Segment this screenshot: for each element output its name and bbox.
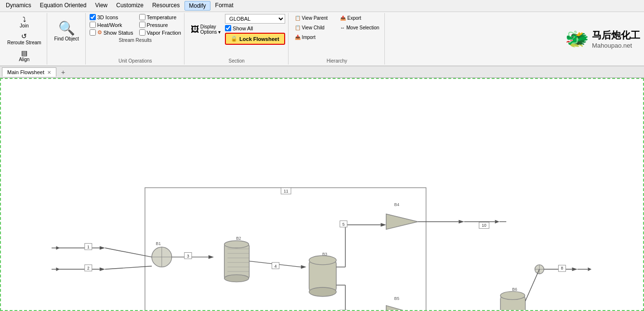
display-options-icon: 🖼 (191, 25, 199, 35)
checkbox-show-all[interactable]: Show All (225, 25, 285, 31)
svg-marker-64 (495, 220, 499, 224)
watermark-ribbon: 🐲 马后炮化工 Mahoupao.net (563, 13, 642, 65)
svg-marker-24 (209, 255, 214, 259)
move-selection-icon: ↔ (340, 25, 345, 30)
checkbox-heat-work[interactable]: Heat/Work (90, 22, 133, 28)
svg-text:10: 10 (482, 223, 486, 228)
svg-text:5: 5 (342, 222, 345, 227)
svg-text:3: 3 (187, 254, 189, 259)
svg-marker-48 (381, 223, 386, 227)
move-selection-button[interactable]: ↔ Move Selection (338, 24, 381, 32)
menu-format[interactable]: Format (211, 1, 237, 11)
find-object-button[interactable]: 🔍 Find Object (51, 14, 82, 48)
svg-marker-80 (572, 268, 578, 272)
lock-icon: 🔒 (231, 36, 237, 42)
checkbox-pressure[interactable]: Pressure (139, 22, 181, 28)
ribbon-group-section: 🖼 Display Options ▾ GLOBAL Show All 🔒 (185, 13, 289, 65)
watermark-url: Mahoupao.net (592, 42, 640, 49)
svg-text:B4: B4 (394, 202, 400, 207)
svg-text:B2: B2 (236, 236, 241, 241)
menu-equation-oriented[interactable]: Equation Oriented (36, 1, 91, 11)
menu-resources[interactable]: Resources (148, 1, 184, 11)
tab-label: Main Flowsheet (7, 69, 44, 75)
svg-point-43 (309, 256, 336, 265)
svg-point-44 (309, 287, 336, 297)
unit-operations-label: Unit Operations (118, 57, 152, 64)
svg-rect-0 (145, 188, 426, 310)
checkbox-3d-icons[interactable]: 3D Icons (90, 14, 133, 20)
view-child-button[interactable]: 📋 View Child (292, 24, 336, 32)
menu-view[interactable]: View (91, 1, 111, 11)
flowsheet-canvas[interactable]: 11 12 1 2 B1 (0, 78, 644, 311)
svg-marker-84 (588, 268, 592, 272)
svg-text:2: 2 (87, 266, 90, 271)
content-area: 11 12 1 2 B1 (0, 78, 644, 311)
section-label: Section (229, 57, 245, 64)
watermark-chinese: 马后炮化工 (592, 29, 640, 42)
svg-text:B1: B1 (156, 241, 161, 246)
find-icon: 🔍 (58, 20, 75, 36)
stream-results-btn[interactable]: Stream Results (119, 38, 152, 43)
tabbar: Main Flowsheet ✕ + (0, 66, 644, 78)
menu-customize[interactable]: Customize (112, 1, 147, 11)
checkbox-row1: 3D Icons Heat/Work ⚙ Show Status Tempera… (90, 14, 181, 36)
svg-marker-38 (301, 265, 306, 269)
ribbon-group-streams: ⤵ Join ↺ Reroute Stream ▤ Align (2, 13, 47, 65)
display-options-button[interactable]: 🖼 Display Options ▾ (188, 23, 223, 36)
view-parent-button[interactable]: 📋 View Parent (292, 14, 336, 22)
join-button[interactable]: ⤵ Join (5, 14, 44, 30)
tab-add-button[interactable]: + (57, 67, 69, 78)
menu-dynamics[interactable]: Dynamics (2, 1, 35, 11)
show-status-icon: ⚙ (97, 29, 102, 36)
menubar: Dynamics Equation Oriented View Customiz… (0, 0, 644, 12)
export-icon: 📤 (340, 15, 346, 21)
svg-marker-12 (100, 268, 105, 272)
ribbon-group-hierarchy: 📋 View Parent 📤 Export 📋 View Child ↔ Mo… (289, 13, 385, 65)
align-button[interactable]: ▤ Align (5, 48, 44, 64)
svg-text:1: 1 (87, 245, 90, 249)
ribbon: ⤵ Join ↺ Reroute Stream ▤ Align 🔍 Find O… (0, 12, 644, 66)
import-button[interactable]: 📥 Import (292, 33, 336, 41)
flowsheet-svg: 11 12 1 2 B1 (1, 79, 643, 310)
svg-marker-6 (100, 246, 105, 250)
svg-text:B5: B5 (394, 296, 400, 301)
view-child-icon: 📋 (295, 25, 301, 30)
ribbon-group-find: 🔍 Find Object (48, 13, 86, 65)
svg-point-30 (224, 275, 249, 282)
checkbox-temperature[interactable]: Temperature (139, 14, 181, 20)
svg-text:8: 8 (561, 266, 563, 271)
menu-modify[interactable]: Modify (184, 1, 210, 11)
dragon-icon: 🐲 (565, 27, 589, 50)
svg-point-73 (500, 291, 525, 299)
hierarchy-label: Hierarchy (327, 57, 347, 64)
import-icon: 📥 (295, 35, 301, 40)
tab-main-flowsheet[interactable]: Main Flowsheet ✕ (2, 67, 56, 77)
app-window: Dynamics Equation Oriented View Customiz… (0, 0, 644, 311)
export-button[interactable]: 📤 Export (338, 14, 381, 22)
svg-marker-67 (386, 306, 418, 310)
view-parent-icon: 📋 (295, 15, 301, 21)
svg-marker-60 (459, 220, 464, 224)
reroute-stream-button[interactable]: ↺ Reroute Stream (5, 31, 44, 47)
section-controls: GLOBAL Show All 🔒 Lock Flowsheet (225, 14, 285, 45)
checkbox-vapor-fraction[interactable]: Vapor Fraction (139, 29, 181, 36)
checkbox-show-status[interactable]: ⚙ Show Status (90, 29, 133, 36)
ribbon-group-display: 3D Icons Heat/Work ⚙ Show Status Tempera… (87, 13, 184, 65)
svg-text:4: 4 (275, 264, 277, 269)
svg-point-29 (224, 241, 249, 248)
svg-marker-58 (386, 214, 418, 229)
tab-close-icon[interactable]: ✕ (47, 70, 51, 75)
global-dropdown[interactable]: GLOBAL (225, 14, 285, 24)
svg-text:11: 11 (284, 189, 289, 194)
svg-line-94 (526, 269, 539, 301)
svg-rect-28 (224, 245, 250, 279)
lock-flowsheet-button[interactable]: 🔒 Lock Flowsheet (225, 33, 285, 45)
